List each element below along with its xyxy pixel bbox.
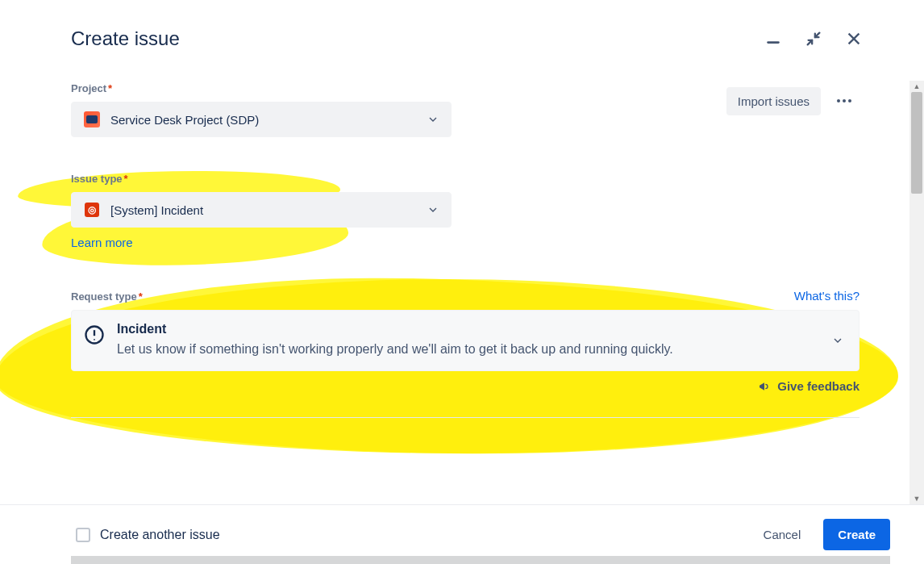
scrollbar[interactable]: ▲ ▼ — [909, 81, 924, 504]
svg-point-8 — [94, 339, 95, 340]
scrollbar-thumb[interactable] — [911, 92, 922, 194]
whats-this-link[interactable]: What's this? — [794, 289, 859, 303]
required-star: * — [139, 290, 143, 303]
request-type-label: Request type* — [71, 290, 143, 303]
form-content: Import issues Project* Service Desk Proj… — [71, 81, 859, 418]
required-star: * — [124, 173, 128, 185]
create-another-label: Create another issue — [100, 528, 220, 542]
issue-type-label: Issue type* — [71, 173, 128, 185]
request-type-value-title: Incident — [117, 322, 673, 336]
cancel-button[interactable]: Cancel — [755, 520, 810, 549]
field-project: Project* Service Desk Project (SDP) — [71, 81, 859, 137]
project-label-text: Project — [71, 82, 106, 94]
bottom-shadow — [71, 556, 890, 564]
divider — [71, 417, 859, 418]
scrollbar-up-icon[interactable]: ▲ — [909, 81, 924, 92]
project-label: Project* — [71, 82, 112, 94]
exit-fullscreen-icon[interactable] — [805, 30, 822, 48]
dialog-header: Create issue — [0, 0, 924, 56]
create-another-checkbox[interactable] — [76, 528, 90, 542]
request-type-value-desc: Let us know if something isn't working p… — [117, 340, 673, 359]
request-type-label-text: Request type — [71, 290, 137, 303]
chevron-down-icon — [427, 203, 439, 216]
create-button[interactable]: Create — [823, 519, 890, 550]
alert-circle-icon — [83, 324, 106, 346]
chevron-down-icon — [427, 113, 439, 126]
dialog-body: Import issues Project* Service Desk Proj… — [0, 81, 924, 504]
dialog-title: Create issue — [71, 27, 180, 50]
form-scroll-area[interactable]: Import issues Project* Service Desk Proj… — [0, 81, 903, 504]
project-value: Service Desk Project (SDP) — [110, 113, 259, 127]
give-feedback-label: Give feedback — [777, 379, 859, 393]
issue-type-value: [System] Incident — [110, 203, 203, 217]
minimize-icon[interactable] — [764, 30, 782, 48]
issue-type-icon: ◎ — [83, 201, 101, 219]
learn-more-link[interactable]: Learn more — [71, 236, 133, 249]
megaphone-icon — [758, 380, 771, 393]
project-select[interactable]: Service Desk Project (SDP) — [71, 102, 452, 137]
field-issue-type: Issue type* ◎ [System] Incident Learn mo… — [71, 171, 859, 250]
required-star: * — [108, 82, 112, 94]
project-avatar-icon — [83, 111, 101, 128]
request-type-select[interactable]: Incident Let us know if something isn't … — [71, 310, 859, 371]
footer-right: Cancel Create — [755, 519, 890, 550]
give-feedback-link[interactable]: Give feedback — [71, 379, 859, 393]
scrollbar-down-icon[interactable]: ▼ — [909, 493, 924, 504]
field-request-type: Request type* What's this? Incident Let … — [71, 289, 859, 418]
dialog-footer: Create another issue Cancel Create — [0, 504, 924, 564]
chevron-down-icon — [831, 334, 844, 347]
issue-type-label-text: Issue type — [71, 173, 123, 185]
dialog-header-actions — [764, 30, 863, 48]
close-icon[interactable] — [845, 30, 863, 48]
footer-left: Create another issue — [76, 528, 220, 542]
issue-type-select[interactable]: ◎ [System] Incident — [71, 192, 452, 228]
create-issue-dialog: Create issue Import i — [0, 0, 924, 564]
request-type-texts: Incident Let us know if something isn't … — [117, 322, 673, 359]
